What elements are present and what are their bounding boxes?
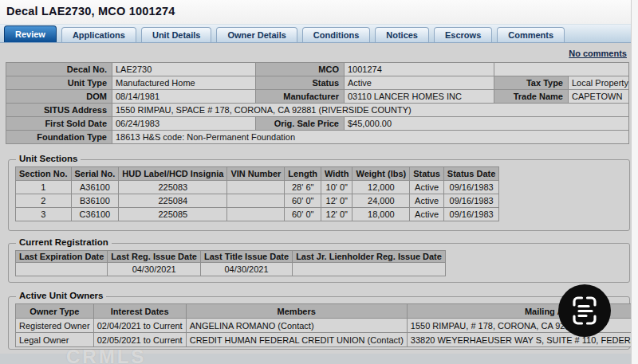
column-header: Serial No. [71, 167, 119, 181]
page-title: Decal LAE2730, MCO 1001274 [6, 5, 638, 18]
active-unit-owners-group: Active Unit Owners Owner Type Interest D… [8, 296, 630, 350]
empty-cell [494, 63, 629, 76]
table-cell [16, 263, 108, 276]
crmls-watermark: CRMLS [66, 346, 146, 364]
mco-value: 1001274 [345, 63, 494, 76]
trade-name-value: CAPETOWN [569, 90, 629, 104]
table-row: DOM 08/14/1981 Manufacturer 03110 LANCER… [6, 90, 629, 104]
trade-name-label: Trade Name [494, 90, 569, 104]
table-cell: 09/16/1983 [443, 194, 499, 208]
column-header: Members [186, 304, 407, 319]
foundation-type-value: 18613 H&S code: Non-Permanent Foundation [112, 131, 629, 144]
table-cell: 04/30/2021 [108, 263, 201, 276]
table-cell: 04/30/2021 [200, 263, 292, 276]
situs-address-label: SITUS Address [6, 104, 112, 117]
orig-sale-price-label: Orig. Sale Price [256, 117, 345, 131]
manufacturer-label: Manufacturer [256, 90, 345, 104]
unit-sections-table: Section No. Serial No. HUD Label/HCD Ins… [15, 166, 499, 221]
current-registration-group: Current Registration Last Expiration Dat… [8, 243, 630, 283]
table-cell: 18,000 [352, 208, 410, 221]
table-header-row: Owner Type Interest Dates Members Mailin… [16, 304, 638, 319]
tab-comments[interactable]: Comments [497, 27, 565, 42]
current-registration-title: Current Registration [16, 237, 112, 247]
table-row: Legal Owner 02/05/2021 to Current CREDIT… [16, 333, 638, 347]
orig-sale-price-value: $45,000.00 [345, 117, 629, 131]
tab-applications[interactable]: Applications [61, 27, 136, 42]
column-header: Status [410, 167, 444, 181]
table-cell: Active [410, 181, 444, 194]
manufacturer-value: 03110 LANCER HOMES INC [345, 90, 494, 104]
tab-strip: Review Applications Unit Details Owner D… [0, 24, 638, 43]
column-header: HUD Label/HCD Insignia [119, 167, 227, 181]
tax-type-label: Tax Type [494, 76, 569, 90]
decal-no-label: Decal No. [6, 63, 112, 76]
table-cell: 3 [16, 208, 72, 221]
table-cell: Active [410, 194, 444, 208]
table-cell [227, 181, 285, 194]
table-cell: ANGELINA ROMANO (Contact) [186, 319, 407, 333]
table-cell: 60' 0" [285, 194, 321, 208]
tab-conditions[interactable]: Conditions [302, 27, 370, 42]
status-label: Status [256, 76, 345, 90]
table-cell: B36100 [71, 194, 119, 208]
table-cell: 09/16/1983 [443, 208, 499, 221]
scan-document-icon [557, 284, 612, 338]
table-cell: Active [410, 208, 444, 221]
active-unit-owners-table: Owner Type Interest Dates Members Mailin… [15, 303, 638, 347]
column-header: VIN Number [227, 167, 285, 181]
unit-sections-group: Unit Sections Section No. Serial No. HUD… [8, 159, 630, 231]
column-header: Status Date [443, 167, 499, 181]
mco-label: MCO [256, 63, 345, 76]
table-cell: 09/16/1983 [443, 181, 499, 194]
table-cell [227, 194, 285, 208]
column-header: Owner Type [16, 304, 94, 319]
unit-sections-title: Unit Sections [16, 154, 81, 163]
table-header-row: Last Expiration Date Last Reg. Issue Dat… [16, 251, 446, 263]
table-cell: 12,000 [352, 181, 410, 194]
scan-document-button[interactable] [557, 284, 612, 338]
table-cell: C36100 [71, 208, 119, 221]
column-header: Interest Dates [93, 304, 186, 319]
table-cell: 225085 [119, 208, 227, 221]
first-sold-date-value: 06/24/1983 [112, 117, 256, 131]
tab-unit-details[interactable]: Unit Details [141, 27, 212, 42]
column-header: Length [285, 167, 321, 181]
comments-summary: No comments [0, 43, 638, 62]
dom-label: DOM [6, 90, 112, 104]
table-row: 04/30/2021 04/30/2021 [16, 263, 446, 276]
table-cell [227, 208, 285, 221]
table-cell: A36100 [71, 181, 119, 194]
tab-notices[interactable]: Notices [375, 27, 429, 42]
column-header: Last Reg. Issue Date [108, 251, 201, 263]
table-row: Unit Type Manufactured Home Status Activ… [6, 76, 629, 90]
title-bar: Decal LAE2730, MCO 1001274 [0, 0, 638, 24]
table-cell: Registered Owner [16, 319, 94, 333]
table-cell: 10' 0" [321, 181, 352, 194]
table-cell: 12' 0" [321, 194, 352, 208]
table-cell: Legal Owner [16, 333, 94, 347]
column-header: Last Expiration Date [16, 251, 108, 263]
table-cell: 225083 [119, 181, 227, 194]
table-cell: 12' 0" [321, 208, 352, 221]
table-cell: 225084 [119, 194, 227, 208]
tab-escrows[interactable]: Escrows [434, 27, 492, 42]
column-header: Last Title Issue Date [200, 251, 292, 263]
tab-owner-details[interactable]: Owner Details [216, 27, 297, 42]
table-cell: CREDIT HUMAN FEDERAL CREDIT UNION (Conta… [186, 333, 407, 347]
current-registration-table: Last Expiration Date Last Reg. Issue Dat… [15, 250, 446, 276]
no-comments-link[interactable]: No comments [569, 49, 627, 58]
table-row: SITUS Address 1550 RIMPAU, SPACE # 178, … [6, 104, 629, 117]
tab-review[interactable]: Review [4, 25, 57, 42]
table-cell: 02/04/2021 to Current [93, 319, 186, 333]
table-cell: 1 [16, 181, 72, 194]
table-row: 1 A36100 225083 28' 6" 10' 0" 12,000 Act… [16, 181, 499, 194]
table-cell: 28' 6" [285, 181, 321, 194]
vertical-scrollbar[interactable] [631, 0, 638, 364]
table-row: 2 B36100 225084 60' 0" 12' 0" 24,000 Act… [16, 194, 499, 208]
table-row: 3 C36100 225085 60' 0" 12' 0" 18,000 Act… [16, 208, 499, 221]
unit-type-value: Manufactured Home [112, 76, 256, 90]
table-cell: 02/05/2021 to Current [93, 333, 186, 347]
table-row: Foundation Type 18613 H&S code: Non-Perm… [6, 131, 629, 144]
situs-address-value: 1550 RIMPAU, SPACE # 178, CORONA, CA 928… [112, 104, 629, 117]
first-sold-date-label: First Sold Date [6, 117, 112, 131]
